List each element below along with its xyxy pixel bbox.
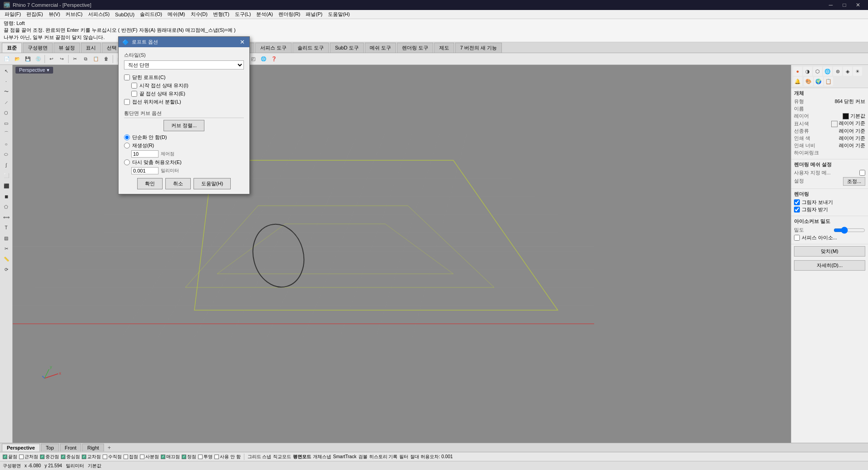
lt-dimension[interactable]: ⟺ bbox=[1, 212, 11, 222]
tb-help-icon[interactable]: ❓ bbox=[269, 54, 279, 64]
status-quad[interactable]: 사분점 bbox=[140, 454, 159, 460]
tb-paste[interactable]: 📋 bbox=[91, 54, 101, 64]
menu-file[interactable]: 파일(F) bbox=[2, 10, 24, 19]
menu-solid[interactable]: 솔리드(O) bbox=[137, 10, 165, 19]
dialog-close-button[interactable]: ✕ bbox=[239, 39, 246, 45]
lt-mesh2[interactable]: ⬠ bbox=[1, 202, 11, 212]
menu-view[interactable]: 뷰(V) bbox=[46, 10, 63, 19]
lt-transform2[interactable]: ⟳ bbox=[1, 264, 11, 274]
status-gumball[interactable]: 검볼 bbox=[358, 454, 367, 460]
tab-surface-tools[interactable]: 서피스 도구 bbox=[255, 43, 292, 53]
lt-analyze2[interactable]: 📏 bbox=[1, 254, 11, 264]
tab-cplane[interactable]: 구성평면 bbox=[23, 43, 53, 53]
viewport-label[interactable]: Perspective ▾ bbox=[15, 67, 53, 74]
status-smarttrack[interactable]: SmartTrack bbox=[333, 454, 356, 459]
status-midpoint[interactable]: ✓ 중간점 bbox=[40, 454, 59, 460]
rp-mat-btn[interactable]: ◈ bbox=[843, 67, 852, 76]
dialog-closed-loft-check[interactable] bbox=[124, 74, 130, 80]
status-history[interactable]: 히스토리 기록 bbox=[369, 454, 398, 460]
tab-new-features[interactable]: 7 버전의 새 기능 bbox=[455, 43, 502, 53]
status-project[interactable]: 투영 bbox=[198, 454, 213, 460]
tb-new[interactable]: 📄 bbox=[2, 54, 12, 64]
dialog-rebuild-radio[interactable] bbox=[124, 143, 130, 148]
menu-subd[interactable]: SubD(U) bbox=[112, 11, 137, 18]
tab-subd-tools[interactable]: SubD 도구 bbox=[330, 43, 364, 53]
lt-hatch[interactable]: ▨ bbox=[1, 233, 11, 243]
dialog-help-btn[interactable]: 도움말(H) bbox=[193, 178, 231, 189]
dialog-style-select[interactable]: 직선 단면 보통 단단히 느슨하게 bbox=[124, 60, 244, 69]
lt-solid2[interactable]: ◼ bbox=[1, 191, 11, 201]
status-nearpoint[interactable]: 근처점 bbox=[19, 454, 38, 460]
dialog-split-tangent-check[interactable] bbox=[124, 99, 130, 105]
menu-tools[interactable]: 도구(L) bbox=[232, 10, 253, 19]
status-vertex[interactable]: ✓ 정점 bbox=[182, 454, 196, 460]
menu-dimension[interactable]: 치수(D) bbox=[188, 10, 210, 19]
lt-select[interactable]: ↖ bbox=[1, 66, 11, 76]
rp-detail-btn[interactable]: 자세히(D)... bbox=[794, 260, 865, 271]
vp-tab-top[interactable]: Top bbox=[41, 444, 59, 451]
menu-mesh[interactable]: 메쉬(M) bbox=[165, 10, 188, 19]
dialog-end-tangent-check[interactable] bbox=[131, 91, 137, 97]
lt-spline[interactable]: ∫ bbox=[1, 160, 11, 170]
tb-copy[interactable]: ⧉ bbox=[80, 54, 90, 64]
rp-match-btn[interactable]: 맞치(M) bbox=[794, 246, 865, 257]
rp-shadow-receive-check[interactable] bbox=[794, 207, 800, 213]
status-filter[interactable]: 필터 bbox=[399, 454, 408, 460]
menu-surface[interactable]: 서피스(S) bbox=[85, 10, 113, 19]
menu-transform[interactable]: 변형(T) bbox=[210, 10, 232, 19]
tb-cut[interactable]: ✂ bbox=[70, 54, 80, 64]
lt-arc[interactable]: ⌒ bbox=[1, 129, 11, 139]
status-perp[interactable]: 수직점 bbox=[103, 454, 122, 460]
menu-help[interactable]: 도움말(H) bbox=[325, 10, 352, 19]
status-osnap[interactable]: 개체스냅 bbox=[313, 454, 331, 460]
status-tangent[interactable]: 접점 bbox=[124, 454, 138, 460]
lt-clipping[interactable]: ✂ bbox=[1, 243, 11, 253]
rp-adjust-btn[interactable]: 조정... bbox=[843, 177, 865, 186]
dialog-rebuild-input[interactable] bbox=[131, 150, 159, 158]
status-grid-snap[interactable]: 그리드 스냅 bbox=[248, 454, 272, 460]
lt-line[interactable]: ⟋ bbox=[1, 97, 11, 107]
rp-color-btn[interactable]: ● bbox=[793, 67, 802, 76]
tab-display[interactable]: 표시 bbox=[81, 43, 101, 53]
tb-undo[interactable]: ↩ bbox=[46, 54, 56, 64]
rp-bump-btn[interactable]: ⊛ bbox=[833, 67, 842, 76]
lt-rect[interactable]: ▭ bbox=[1, 118, 11, 128]
status-ortho[interactable]: 직교모드 bbox=[273, 454, 291, 460]
vp-tab-front[interactable]: Front bbox=[60, 444, 82, 451]
close-button[interactable]: ✕ bbox=[852, 1, 864, 9]
lt-extrude[interactable]: ⬛ bbox=[1, 181, 11, 191]
vp-tab-right[interactable]: Right bbox=[82, 444, 104, 451]
tb-open[interactable]: 📂 bbox=[12, 54, 22, 64]
rp-bell-btn[interactable]: 🔔 bbox=[793, 77, 802, 86]
rp-earth-btn[interactable]: 🌍 bbox=[814, 77, 823, 86]
status-smooth[interactable]: ✓ 매끄점 bbox=[161, 454, 180, 460]
rp-custom-mesh-check[interactable] bbox=[859, 170, 865, 176]
lt-polyline[interactable]: ⬡ bbox=[1, 108, 11, 118]
tb-delete[interactable]: 🗑 bbox=[101, 54, 111, 64]
rp-col2-btn[interactable]: 🎨 bbox=[804, 77, 813, 86]
status-intersect[interactable]: ✓ 교차점 bbox=[82, 454, 101, 460]
minimize-button[interactable]: ─ bbox=[824, 1, 837, 9]
tb-redo[interactable]: ↪ bbox=[57, 54, 67, 64]
lt-text[interactable]: T bbox=[1, 223, 11, 233]
lt-circle2[interactable]: ○ bbox=[1, 139, 11, 149]
rp-sun-btn[interactable]: ☀ bbox=[853, 67, 862, 76]
vp-tab-perspective[interactable]: Perspective bbox=[2, 444, 40, 451]
status-endpoint[interactable]: ✓ 끝점 bbox=[3, 454, 17, 460]
rp-layer-btn[interactable]: 📋 bbox=[824, 77, 833, 86]
vp-tab-add[interactable]: + bbox=[105, 444, 114, 452]
tab-render-tools[interactable]: 렌더링 도구 bbox=[397, 43, 433, 53]
rp-surface-iso-check[interactable] bbox=[794, 235, 800, 241]
rp-env-btn[interactable]: 🌐 bbox=[823, 67, 832, 76]
rp-texture-btn[interactable]: ⬡ bbox=[813, 67, 822, 76]
dialog-no-simplify-radio[interactable] bbox=[124, 134, 130, 140]
tab-standard[interactable]: 표준 bbox=[2, 43, 22, 53]
dialog-refit-radio[interactable] bbox=[124, 159, 130, 165]
status-centerpoint[interactable]: ✓ 중심점 bbox=[61, 454, 80, 460]
rp-shadow-cast-check[interactable] bbox=[794, 199, 800, 205]
dialog-adjust-curves-btn[interactable]: 커브 정렬... bbox=[164, 120, 204, 131]
maximize-button[interactable]: □ bbox=[838, 1, 851, 9]
tab-view-settings[interactable]: 뷰 설정 bbox=[54, 43, 80, 53]
tab-drafting[interactable]: 제도 bbox=[434, 43, 454, 53]
rp-density-slider[interactable] bbox=[833, 227, 865, 234]
